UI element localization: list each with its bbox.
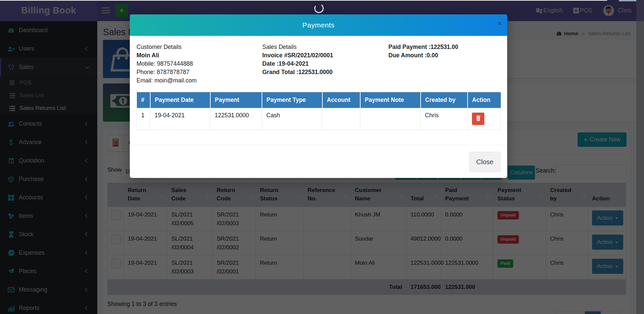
modal-header: Payments ×	[130, 14, 507, 36]
customer-phone: Phone: 8787878787	[137, 68, 257, 76]
customer-name: Moin Ali	[137, 51, 257, 60]
customer-mobile: Mobile: 98757444888	[137, 60, 257, 68]
sales-details: Sales Details Invoice #SR/2021/02/0001 D…	[262, 43, 383, 76]
paid-payment: Paid Payment :122531.00	[388, 43, 509, 51]
customer-details: Customer Details Moin Ali Mobile: 987574…	[137, 43, 257, 85]
sales-details-heading: Sales Details	[262, 43, 383, 51]
loading-progress-bar	[0, 0, 607, 1]
sales-invoice: Invoice #SR/2021/02/0001	[262, 51, 383, 60]
customer-email: Email: moin@mail.com	[137, 76, 257, 85]
close-button[interactable]: Close	[469, 152, 500, 172]
payments-table: # Payment Date Payment Payment Type Acco…	[137, 92, 501, 130]
screen: Billing Book + English POS Chris	[0, 0, 644, 314]
payment-summary: Paid Payment :122531.00 Due Amount :0.00	[388, 43, 509, 60]
payment-row: 1 19-04-2021 122531.0000 Cash Chris	[137, 108, 501, 130]
loading-progress-peg	[619, 0, 636, 1]
close-icon[interactable]: ×	[498, 20, 502, 27]
modal-footer: Close	[130, 145, 507, 178]
payments-header-row: # Payment Date Payment Payment Type Acco…	[137, 92, 501, 108]
modal-title: Payments	[130, 14, 507, 36]
customer-details-heading: Customer Details	[137, 43, 257, 51]
sales-date: Date :19-04-2021	[262, 60, 383, 68]
due-amount: Due Amount :0.00	[388, 51, 509, 60]
delete-payment-button[interactable]	[472, 113, 484, 125]
payments-modal: Payments × Customer Details Moin Ali Mob…	[130, 14, 507, 178]
trash-icon	[476, 116, 481, 122]
sales-grand-total: Grand Total :122531.0000	[262, 68, 383, 76]
